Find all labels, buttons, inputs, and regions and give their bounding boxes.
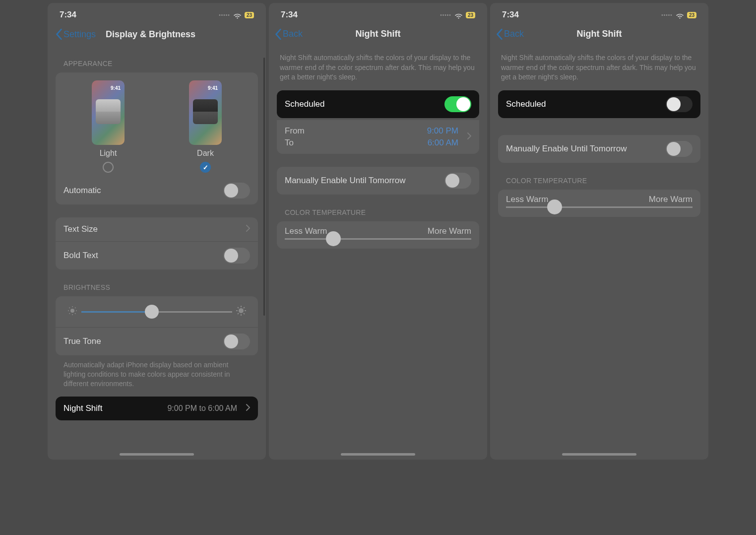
status-time: 7:34	[502, 10, 519, 20]
appearance-section-label: APPEARANCE	[48, 48, 266, 70]
color-temp-slider[interactable]	[498, 204, 700, 217]
back-button[interactable]: Settings	[56, 29, 96, 40]
phone-night-shift-off: 7:34 ••••• 23 Back Night Shift Night Shi…	[490, 3, 708, 460]
svg-line-6	[75, 313, 76, 314]
true-tone-toggle[interactable]	[223, 334, 250, 349]
true-tone-label: True Tone	[63, 336, 101, 346]
night-shift-group: Night Shift 9:00 PM to 6:00 AM	[56, 397, 258, 420]
color-temp-section-label: COLOR TEMPERATURE	[490, 165, 708, 188]
phone-display-brightness: 7:34 ••••• 23 Settings Display & Brightn…	[48, 3, 266, 460]
night-shift-description: Night Shift automatically shifts the col…	[490, 47, 708, 88]
svg-line-7	[69, 313, 70, 314]
less-warm-label: Less Warm	[506, 195, 548, 204]
back-button[interactable]: Back	[496, 29, 524, 40]
chevron-right-icon	[246, 224, 250, 234]
manual-group: Manually Enable Until Tomorrow	[498, 135, 700, 163]
dark-radio[interactable]	[200, 162, 211, 173]
more-warm-label: More Warm	[649, 195, 693, 204]
nav-bar: Settings Display & Brightness	[48, 25, 266, 48]
true-tone-description: Automatically adapt iPhone display based…	[48, 357, 266, 395]
manual-enable-toggle[interactable]	[666, 141, 693, 157]
battery-icon: 23	[687, 12, 696, 18]
back-label: Back	[283, 29, 303, 39]
to-value: 6:00 AM	[427, 138, 458, 148]
svg-line-15	[244, 313, 245, 314]
night-shift-row[interactable]: Night Shift 9:00 PM to 6:00 AM	[56, 397, 258, 420]
back-button[interactable]: Back	[275, 29, 303, 40]
dark-label: Dark	[197, 149, 214, 158]
wifi-icon	[233, 12, 242, 18]
color-temp-slider[interactable]	[277, 236, 479, 249]
light-label: Light	[100, 149, 117, 158]
night-shift-description: Night Shift automatically shifts the col…	[269, 47, 487, 88]
brightness-group: True Tone	[56, 296, 258, 355]
scrollbar[interactable]	[263, 58, 265, 316]
color-temp-group: Less Warm More Warm	[277, 221, 479, 249]
more-warm-label: More Warm	[428, 226, 471, 236]
brightness-slider-row	[56, 296, 258, 327]
automatic-toggle[interactable]	[223, 183, 250, 199]
status-bar: 7:34 ••••• 23	[490, 3, 708, 25]
schedule-row[interactable]: From To 9:00 PM 6:00 AM	[277, 120, 479, 154]
svg-line-17	[244, 307, 245, 308]
manual-enable-label: Manually Enable Until Tomorrow	[285, 176, 405, 186]
page-title: Night Shift	[577, 29, 622, 39]
dark-thumbnail: 9:41	[189, 80, 222, 145]
appearance-light-option[interactable]: 9:41 Light	[92, 80, 125, 173]
home-indicator[interactable]	[341, 453, 415, 456]
bold-text-toggle[interactable]	[223, 248, 250, 264]
page-title: Display & Brightness	[106, 29, 195, 40]
scheduled-row: Scheduled	[277, 90, 479, 118]
wifi-icon	[454, 12, 463, 18]
appearance-dark-option[interactable]: 9:41 Dark	[189, 80, 222, 173]
svg-line-16	[238, 313, 239, 314]
schedule-time-group: From To 9:00 PM 6:00 AM	[277, 120, 479, 154]
cellular-dots-icon: •••••	[219, 12, 230, 18]
less-warm-label: Less Warm	[285, 226, 327, 236]
svg-line-14	[238, 307, 239, 308]
manual-enable-row: Manually Enable Until Tomorrow	[277, 167, 479, 195]
nav-bar: Back Night Shift	[269, 25, 487, 47]
text-size-label: Text Size	[63, 224, 98, 234]
night-shift-value: 9:00 PM to 6:00 AM	[167, 404, 237, 413]
appearance-group: 9:41 Light 9:41 Dark Automatic	[56, 72, 258, 204]
from-value: 9:00 PM	[427, 126, 458, 136]
light-radio[interactable]	[103, 162, 114, 173]
nav-bar: Back Night Shift	[490, 25, 708, 47]
home-indicator[interactable]	[120, 453, 194, 456]
battery-icon: 23	[245, 12, 254, 18]
home-indicator[interactable]	[562, 453, 636, 456]
automatic-row: Automatic	[56, 177, 258, 204]
true-tone-row: True Tone	[56, 327, 258, 355]
wifi-icon	[676, 12, 684, 18]
scheduled-label: Scheduled	[285, 99, 324, 109]
manual-enable-toggle[interactable]	[444, 173, 471, 189]
color-temp-group: Less Warm More Warm	[498, 190, 700, 217]
to-label: To	[285, 138, 305, 148]
cellular-dots-icon: •••••	[440, 12, 451, 18]
light-thumbnail: 9:41	[92, 80, 125, 145]
scheduled-toggle[interactable]	[666, 96, 693, 112]
sun-bright-icon	[236, 306, 246, 318]
manual-enable-row: Manually Enable Until Tomorrow	[498, 135, 700, 163]
back-label: Settings	[63, 29, 96, 40]
battery-icon: 23	[466, 12, 475, 18]
status-bar: 7:34 ••••• 23	[269, 3, 487, 25]
page-title: Night Shift	[356, 29, 401, 39]
scheduled-group: Scheduled	[498, 90, 700, 118]
phone-night-shift-on: 7:34 ••••• 23 Back Night Shift Night Shi…	[269, 3, 487, 460]
status-time: 7:34	[60, 10, 76, 20]
bold-text-label: Bold Text	[63, 251, 98, 261]
brightness-slider[interactable]	[63, 304, 250, 319]
scheduled-group: Scheduled	[277, 90, 479, 118]
svg-point-0	[70, 309, 74, 313]
manual-group: Manually Enable Until Tomorrow	[277, 167, 479, 195]
bold-text-row: Bold Text	[56, 241, 258, 269]
scheduled-toggle[interactable]	[444, 96, 471, 112]
manual-enable-label: Manually Enable Until Tomorrow	[506, 144, 627, 154]
text-size-row[interactable]: Text Size	[56, 217, 258, 241]
scheduled-label: Scheduled	[506, 99, 546, 109]
svg-point-9	[239, 308, 244, 313]
night-shift-label: Night Shift	[63, 403, 102, 413]
color-temp-section-label: COLOR TEMPERATURE	[269, 197, 487, 219]
